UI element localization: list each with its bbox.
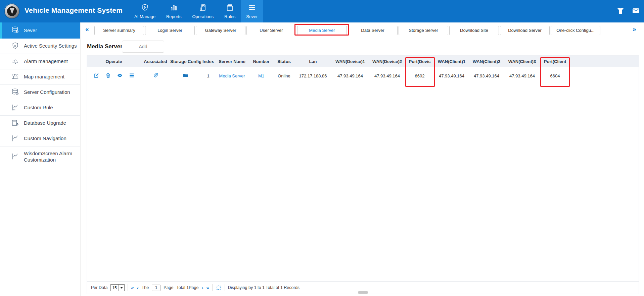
column-header-lan: Lan <box>294 59 331 64</box>
nav-item-operations[interactable]: Operations <box>187 0 219 22</box>
select-dropdown-icon[interactable] <box>119 285 124 291</box>
add-button[interactable]: Add <box>122 41 164 53</box>
records-summary: Displaying by 1 to 1 Total of 1 Records <box>228 285 300 290</box>
notebook-icon <box>199 4 207 13</box>
port-device-cell: 6602 <box>405 73 434 78</box>
vehicle-management-screen: Vehicle Management System AI Manage Repo… <box>0 0 644 296</box>
nav-item-rules[interactable]: Rules <box>219 0 241 22</box>
column-header-associated: Associated <box>141 59 170 64</box>
sidebar-item-label: Sever <box>24 27 37 34</box>
last-page-button[interactable]: » <box>206 285 209 290</box>
app-title: Vehicle Management System <box>25 6 123 14</box>
number-link[interactable]: M1 <box>249 73 274 78</box>
sidebar-item-map-management[interactable]: Map management <box>0 69 80 85</box>
total-pages-label: Total 1Page <box>176 285 198 290</box>
server-tabs: Server summary Login Server Gateway Serv… <box>94 26 600 35</box>
grid-header-row: Operate Associated Storage Config Index … <box>87 56 639 67</box>
list-upgrade-icon <box>11 119 19 128</box>
loading-spinner-icon[interactable] <box>216 285 222 291</box>
column-header-wan-client-3: WAN(Client)3 <box>504 59 540 64</box>
column-header-port-client: Port(Client <box>540 59 570 64</box>
pager-divider <box>128 284 128 291</box>
edit-icon[interactable] <box>94 73 99 79</box>
line-chart-icon <box>11 134 19 143</box>
nav-item-sever[interactable]: Sever <box>241 0 263 22</box>
column-header-wan-client-1: WAN(Client)1 <box>434 59 469 64</box>
nav-item-reports[interactable]: Reports <box>161 0 187 22</box>
wan-client-1-cell: 47.93.49.164 <box>434 73 469 78</box>
tab-media-server[interactable]: Media Server <box>297 26 347 35</box>
sidebar-item-sever[interactable]: Sever <box>0 22 80 39</box>
next-page-button[interactable]: › <box>201 285 203 290</box>
app-logo <box>4 3 20 19</box>
app-header: Vehicle Management System AI Manage Repo… <box>0 0 644 22</box>
column-header-storage-config: Storage Config <box>170 59 201 64</box>
sidebar-item-wisdomscreen-alarm-customization[interactable]: WisdomScreen Alarm Customization <box>0 146 80 167</box>
table-row: 1 Media Server M1 Online 172.17.188.86 4… <box>87 67 639 85</box>
server-name-link[interactable]: Media Server <box>215 73 249 78</box>
sidebar-item-label: Custom Rule <box>24 105 53 111</box>
detail-list-icon[interactable] <box>129 73 134 79</box>
top-nav: AI Manage Reports Operations Rules <box>129 0 263 22</box>
tab-download-server[interactable]: Download Server <box>500 26 550 35</box>
line-chart-icon <box>11 153 19 161</box>
database-icon <box>11 26 19 35</box>
port-client-cell: 6604 <box>540 73 570 78</box>
tab-user-server[interactable]: User Server <box>246 26 296 35</box>
pager-divider <box>212 284 213 291</box>
delete-icon[interactable] <box>105 73 111 79</box>
column-header-operate: Operate <box>87 59 141 64</box>
page-number-input[interactable] <box>152 285 160 291</box>
sidebar-item-label: Server Configuration <box>24 89 70 96</box>
media-server-grid: Operate Associated Storage Config Index … <box>87 55 639 294</box>
tab-data-server[interactable]: Data Server <box>348 26 398 35</box>
associated-cell <box>141 73 170 79</box>
tab-login-server[interactable]: Login Server <box>145 26 195 35</box>
sidebar-item-database-upgrade[interactable]: Database Upgrade <box>0 116 80 131</box>
folder-icon[interactable] <box>183 74 188 79</box>
tab-storage-server[interactable]: Storage Server <box>399 26 448 35</box>
shield-grid-icon <box>11 42 19 51</box>
nav-label: Sever <box>246 14 258 19</box>
status-cell: Online <box>274 73 294 78</box>
column-header-wan-device-1: WAN(Device)1 <box>331 59 369 64</box>
wan-client-3-cell: 47.93.49.164 <box>504 73 540 78</box>
tshirt-icon[interactable] <box>616 7 625 16</box>
sidebar-item-alarm-management[interactable]: Alarm management <box>0 54 80 69</box>
page-title: Media Server <box>87 43 123 50</box>
expand-tabs-icon[interactable]: » <box>633 25 636 33</box>
view-icon[interactable] <box>117 73 123 79</box>
prev-page-button[interactable]: ‹ <box>137 285 139 290</box>
mail-icon[interactable] <box>632 7 640 16</box>
page-size-select[interactable]: 15 <box>110 284 125 291</box>
tab-server-summary[interactable]: Server summary <box>94 26 144 35</box>
nav-label: Operations <box>192 14 214 19</box>
sidebar-item-custom-navigation[interactable]: Custom Navigation <box>0 131 80 146</box>
tab-one-click-configuration[interactable]: One-click Configu... <box>551 26 600 35</box>
wan-device-1-cell: 47.93.49.164 <box>331 73 369 78</box>
layers-icon <box>226 4 234 13</box>
index-cell: 1 <box>201 73 215 78</box>
page-size-value: 15 <box>111 285 119 291</box>
sidebar-item-custom-rule[interactable]: Custom Rule <box>0 100 80 116</box>
alarm-bell-icon <box>11 57 19 66</box>
first-page-button[interactable]: « <box>131 285 134 290</box>
storage-config-cell <box>170 73 201 79</box>
tab-gateway-server[interactable]: Gateway Server <box>196 26 245 35</box>
sidebar: Sever Active Security Settings Alarm man… <box>0 22 81 296</box>
per-data-label: Per Data <box>91 285 107 290</box>
sidebar-item-label: Alarm management <box>24 58 68 65</box>
bar-chart-icon <box>170 4 178 13</box>
paperclip-icon[interactable] <box>153 74 158 79</box>
sidebar-item-active-security-settings[interactable]: Active Security Settings <box>0 39 80 54</box>
database-ip-icon: IP <box>11 88 19 97</box>
wan-client-2-cell: 47.93.49.164 <box>469 73 504 78</box>
column-header-server-name: Server Name <box>215 59 249 64</box>
tab-download-site[interactable]: Download Site <box>449 26 499 35</box>
sidebar-item-server-configuration[interactable]: IP Server Configuration <box>0 85 80 100</box>
horizontal-scrollbar-thumb[interactable] <box>358 291 368 294</box>
wan-device-2-cell: 47.93.49.164 <box>369 73 405 78</box>
collapse-tabs-icon[interactable]: « <box>85 25 89 33</box>
sidebar-item-label: Database Upgrade <box>24 120 66 126</box>
nav-item-ai-manage[interactable]: AI Manage <box>129 0 161 22</box>
